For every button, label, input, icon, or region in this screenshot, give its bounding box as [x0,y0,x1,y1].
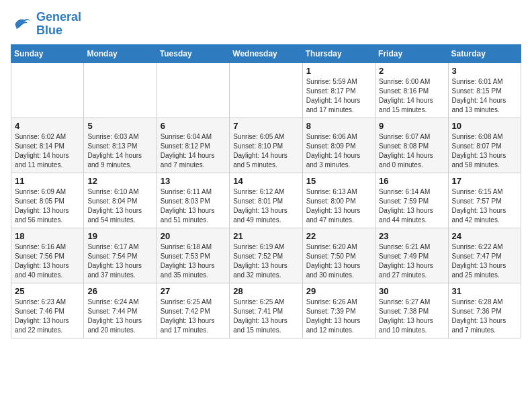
calendar-body: 1Sunrise: 5:59 AMSunset: 8:17 PMDaylight… [11,62,521,338]
table-row: 23Sunrise: 6:21 AMSunset: 7:49 PMDayligh… [375,228,448,283]
day-info: Sunrise: 6:07 AMSunset: 8:08 PMDaylight:… [379,132,444,170]
table-row [11,62,84,118]
day-info: Sunrise: 6:14 AMSunset: 7:59 PMDaylight:… [379,187,444,225]
table-row: 24Sunrise: 6:22 AMSunset: 7:47 PMDayligh… [448,228,521,283]
day-number: 17 [452,176,517,186]
weekday-header-thursday: Thursday [302,44,375,62]
table-row: 21Sunrise: 6:19 AMSunset: 7:52 PMDayligh… [230,228,302,283]
day-number: 24 [452,231,517,241]
day-number: 11 [15,176,80,186]
table-row: 10Sunrise: 6:08 AMSunset: 8:07 PMDayligh… [448,118,521,173]
table-row: 26Sunrise: 6:24 AMSunset: 7:44 PMDayligh… [84,283,157,338]
table-row: 14Sunrise: 6:12 AMSunset: 8:01 PMDayligh… [230,173,302,228]
weekday-header-sunday: Sunday [11,44,84,62]
table-row: 1Sunrise: 5:59 AMSunset: 8:17 PMDaylight… [302,62,375,118]
day-info: Sunrise: 6:04 AMSunset: 8:12 PMDaylight:… [161,132,226,170]
table-row: 30Sunrise: 6:27 AMSunset: 7:38 PMDayligh… [375,283,448,338]
day-number: 27 [161,286,226,296]
day-number: 10 [452,121,517,131]
table-row: 13Sunrise: 6:11 AMSunset: 8:03 PMDayligh… [157,173,229,228]
table-row: 18Sunrise: 6:16 AMSunset: 7:56 PMDayligh… [11,228,84,283]
table-row: 20Sunrise: 6:18 AMSunset: 7:53 PMDayligh… [157,228,229,283]
table-row: 28Sunrise: 6:25 AMSunset: 7:41 PMDayligh… [230,283,302,338]
day-number: 22 [306,231,371,241]
table-row: 8Sunrise: 6:06 AMSunset: 8:09 PMDaylight… [302,118,375,173]
table-row: 31Sunrise: 6:28 AMSunset: 7:36 PMDayligh… [448,283,521,338]
day-info: Sunrise: 6:15 AMSunset: 7:57 PMDaylight:… [452,187,517,225]
day-number: 1 [306,66,371,76]
week-row-1: 1Sunrise: 5:59 AMSunset: 8:17 PMDaylight… [11,62,521,118]
day-number: 6 [161,121,226,131]
table-row: 6Sunrise: 6:04 AMSunset: 8:12 PMDaylight… [157,118,229,173]
day-info: Sunrise: 6:05 AMSunset: 8:10 PMDaylight:… [233,132,298,170]
day-number: 13 [161,176,226,186]
week-row-3: 11Sunrise: 6:09 AMSunset: 8:05 PMDayligh… [11,173,521,228]
weekday-header-friday: Friday [375,44,448,62]
logo: GeneralBlue [11,11,81,38]
day-number: 2 [379,66,444,76]
calendar-header: SundayMondayTuesdayWednesdayThursdayFrid… [11,44,521,62]
day-info: Sunrise: 6:22 AMSunset: 7:47 PMDaylight:… [452,242,517,280]
day-info: Sunrise: 6:01 AMSunset: 8:15 PMDaylight:… [452,77,517,115]
table-row: 11Sunrise: 6:09 AMSunset: 8:05 PMDayligh… [11,173,84,228]
table-row [230,62,302,118]
day-number: 15 [306,176,371,186]
table-row [84,62,157,118]
day-info: Sunrise: 6:17 AMSunset: 7:54 PMDaylight:… [87,242,152,280]
table-row: 2Sunrise: 6:00 AMSunset: 8:16 PMDaylight… [375,62,448,118]
day-info: Sunrise: 6:28 AMSunset: 7:36 PMDaylight:… [452,298,517,335]
day-number: 5 [87,121,152,131]
day-info: Sunrise: 6:09 AMSunset: 8:05 PMDaylight:… [15,187,80,225]
week-row-5: 25Sunrise: 6:23 AMSunset: 7:46 PMDayligh… [11,283,521,338]
calendar: SundayMondayTuesdayWednesdayThursdayFrid… [11,44,521,338]
day-number: 20 [161,231,226,241]
day-info: Sunrise: 6:21 AMSunset: 7:49 PMDaylight:… [379,242,444,280]
table-row: 29Sunrise: 6:26 AMSunset: 7:39 PMDayligh… [302,283,375,338]
day-info: Sunrise: 6:08 AMSunset: 8:07 PMDaylight:… [452,132,517,170]
day-number: 12 [87,176,152,186]
day-info: Sunrise: 6:20 AMSunset: 7:50 PMDaylight:… [306,242,371,280]
logo-icon [11,13,32,35]
day-info: Sunrise: 5:59 AMSunset: 8:17 PMDaylight:… [306,77,371,115]
day-info: Sunrise: 6:25 AMSunset: 7:42 PMDaylight:… [161,298,226,335]
day-number: 4 [15,121,80,131]
day-number: 28 [233,286,298,296]
table-row: 27Sunrise: 6:25 AMSunset: 7:42 PMDayligh… [157,283,229,338]
day-number: 25 [15,286,80,296]
day-info: Sunrise: 6:10 AMSunset: 8:04 PMDaylight:… [87,187,152,225]
table-row: 25Sunrise: 6:23 AMSunset: 7:46 PMDayligh… [11,283,84,338]
week-row-2: 4Sunrise: 6:02 AMSunset: 8:14 PMDaylight… [11,118,521,173]
day-info: Sunrise: 6:11 AMSunset: 8:03 PMDaylight:… [161,187,226,225]
day-number: 19 [87,231,152,241]
day-info: Sunrise: 6:25 AMSunset: 7:41 PMDaylight:… [233,298,298,335]
day-number: 23 [379,231,444,241]
table-row: 3Sunrise: 6:01 AMSunset: 8:15 PMDaylight… [448,62,521,118]
page-header: GeneralBlue [11,11,521,38]
day-number: 7 [233,121,298,131]
day-number: 26 [87,286,152,296]
table-row: 22Sunrise: 6:20 AMSunset: 7:50 PMDayligh… [302,228,375,283]
day-number: 30 [379,286,444,296]
table-row: 17Sunrise: 6:15 AMSunset: 7:57 PMDayligh… [448,173,521,228]
day-info: Sunrise: 6:23 AMSunset: 7:46 PMDaylight:… [15,298,80,335]
day-number: 29 [306,286,371,296]
day-number: 8 [306,121,371,131]
table-row: 19Sunrise: 6:17 AMSunset: 7:54 PMDayligh… [84,228,157,283]
day-number: 9 [379,121,444,131]
weekday-header-monday: Monday [84,44,157,62]
table-row: 5Sunrise: 6:03 AMSunset: 8:13 PMDaylight… [84,118,157,173]
day-number: 31 [452,286,517,296]
logo-text: GeneralBlue [36,11,81,38]
day-info: Sunrise: 6:02 AMSunset: 8:14 PMDaylight:… [15,132,80,170]
table-row: 9Sunrise: 6:07 AMSunset: 8:08 PMDaylight… [375,118,448,173]
day-info: Sunrise: 6:24 AMSunset: 7:44 PMDaylight:… [87,298,152,335]
weekday-header-tuesday: Tuesday [157,44,229,62]
day-info: Sunrise: 6:12 AMSunset: 8:01 PMDaylight:… [233,187,298,225]
day-info: Sunrise: 6:19 AMSunset: 7:52 PMDaylight:… [233,242,298,280]
table-row: 4Sunrise: 6:02 AMSunset: 8:14 PMDaylight… [11,118,84,173]
weekday-header-saturday: Saturday [448,44,521,62]
day-info: Sunrise: 6:03 AMSunset: 8:13 PMDaylight:… [87,132,152,170]
day-info: Sunrise: 6:18 AMSunset: 7:53 PMDaylight:… [161,242,226,280]
day-number: 18 [15,231,80,241]
table-row: 15Sunrise: 6:13 AMSunset: 8:00 PMDayligh… [302,173,375,228]
